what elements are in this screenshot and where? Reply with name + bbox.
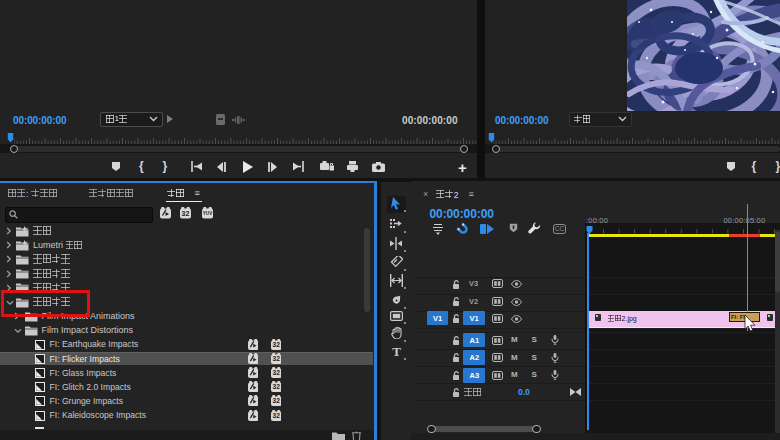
svg-text:T: T	[392, 345, 401, 358]
svg-text:32: 32	[272, 355, 280, 362]
svg-text:32: 32	[272, 412, 280, 419]
svg-text:32: 32	[272, 341, 280, 348]
svg-text:32: 32	[272, 384, 280, 391]
svg-text:32: 32	[272, 398, 280, 405]
svg-text:32: 32	[272, 369, 280, 376]
svg-text:32: 32	[181, 209, 189, 216]
svg-text:CC: CC	[555, 225, 565, 232]
svg-text:YUV: YUV	[203, 211, 213, 216]
